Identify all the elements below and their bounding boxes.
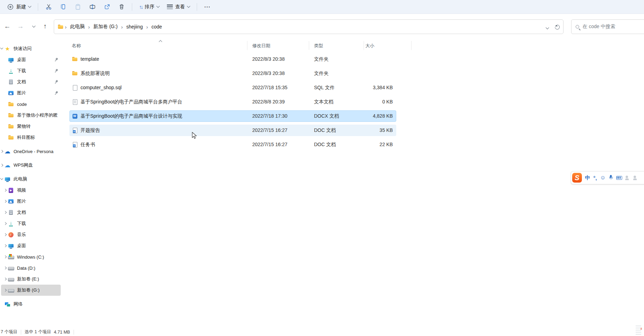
sidebar-item-桌面[interactable]: 桌面 xyxy=(1,240,61,251)
breadcrumb-item[interactable]: 此电脑 xyxy=(68,22,87,31)
delete-icon xyxy=(118,3,125,10)
column-separator[interactable] xyxy=(309,41,309,50)
sidebar-item-此电脑[interactable]: 此电脑 xyxy=(1,174,61,185)
column-separator[interactable] xyxy=(247,41,247,50)
breadcrumb-item[interactable]: 新加卷 (G:) xyxy=(91,22,120,31)
sidebar-item-WPS网盘[interactable]: WPS网盘 xyxy=(1,160,61,171)
sidebar-item-文档[interactable]: 文档 xyxy=(1,207,61,218)
sidebar-item-下载[interactable]: 下载 xyxy=(1,65,61,76)
column-header-date[interactable]: 修改日期 xyxy=(252,43,270,49)
pin-icon xyxy=(54,80,59,84)
ime-microphone-icon[interactable] xyxy=(609,175,613,180)
address-bar[interactable]: ›此电脑›新加卷 (G:)›shejiing›code xyxy=(54,19,564,34)
ime-toolbox-icon[interactable] xyxy=(633,175,638,180)
sidebar-item-文档[interactable]: 文档 xyxy=(1,76,61,87)
pictures-icon xyxy=(8,199,14,204)
file-row[interactable]: computer_shop.sql2022/7/18 15:35SQL 文件3,… xyxy=(62,81,644,95)
sidebar-item-图片[interactable]: 图片 xyxy=(1,87,61,99)
cut-icon xyxy=(45,3,52,10)
file-row[interactable]: 任务书2022/7/15 16:27DOC 文档22 KB xyxy=(62,137,644,152)
sidebar-item-基于微信小程序的匿[interactable]: 基于微信小程序的匿 xyxy=(1,110,61,121)
download-icon xyxy=(8,68,14,74)
sidebar-item-图片[interactable]: 图片 xyxy=(1,196,61,207)
search-box[interactable]: 在 code 中搜索 xyxy=(571,19,644,34)
sidebar-item-快速访问[interactable]: 快速访问 xyxy=(1,43,61,54)
column-separator[interactable] xyxy=(364,41,364,50)
expander-chevron-icon[interactable] xyxy=(2,267,8,269)
view-button[interactable]: 查看 xyxy=(163,1,193,12)
sidebar-item-OneDrive - Persona[interactable]: OneDrive - Persona xyxy=(1,146,61,157)
expander-chevron-icon[interactable] xyxy=(2,234,8,236)
file-name: 基于SpringBoot的电子产品商城平台设计与实现 xyxy=(80,113,182,119)
back-button[interactable]: ← xyxy=(1,20,13,32)
breadcrumb-item[interactable]: shejiing xyxy=(124,23,145,31)
network-icon xyxy=(5,301,10,307)
rename-button[interactable] xyxy=(85,1,99,12)
file-row[interactable]: 基于SpringBoot的电子产品商城平台设计与实现2022/7/18 17:3… xyxy=(62,109,644,123)
copy-button[interactable] xyxy=(56,1,70,12)
paste-button[interactable] xyxy=(71,1,85,12)
selection-size: 4.71 MB xyxy=(54,330,70,335)
sidebar-item-下载[interactable]: 下载 xyxy=(1,218,61,229)
expander-chevron-icon[interactable] xyxy=(2,278,8,280)
search-placeholder: 在 code 中搜索 xyxy=(583,24,615,30)
sidebar-item-科目图标[interactable]: 科目图标 xyxy=(1,132,61,143)
cut-button[interactable] xyxy=(42,1,56,12)
history-chevron-button[interactable] xyxy=(28,20,40,32)
address-dropdown-button[interactable] xyxy=(546,24,549,30)
file-row[interactable]: 基于SpringBoot的电子产品商城平台多商户平台2022/8/8 20:39… xyxy=(62,95,644,109)
forward-button[interactable]: → xyxy=(15,20,26,32)
sort-ascending-icon xyxy=(159,39,162,44)
ime-skin-icon[interactable] xyxy=(625,175,630,180)
sogou-logo-icon[interactable]: S xyxy=(572,173,582,183)
column-header-type[interactable]: 类型 xyxy=(314,43,323,49)
ime-emoji-button[interactable]: ☺ xyxy=(600,175,605,181)
column-header-name[interactable]: 名称 xyxy=(72,43,81,49)
folder-file-icon xyxy=(72,56,78,62)
expander-chevron-icon[interactable] xyxy=(2,289,8,291)
expander-chevron-icon[interactable] xyxy=(0,48,5,49)
ime-punctuation-button[interactable]: °, xyxy=(593,175,597,181)
drive-windows-icon xyxy=(8,254,14,260)
expander-chevron-icon[interactable] xyxy=(0,150,5,152)
ime-keyboard-icon[interactable] xyxy=(616,176,622,180)
column-separator[interactable] xyxy=(411,41,412,50)
expander-chevron-icon[interactable] xyxy=(2,245,8,247)
expander-chevron-icon[interactable] xyxy=(2,189,8,191)
more-options-button[interactable]: ⋯ xyxy=(201,1,214,12)
expander-chevron-icon[interactable] xyxy=(2,256,8,258)
sidebar-item-聚物转[interactable]: 聚物转 xyxy=(1,121,61,132)
sidebar-item-code[interactable]: code xyxy=(1,99,61,110)
new-button[interactable]: 新建 xyxy=(3,1,34,12)
pictures-icon xyxy=(8,90,14,96)
monitor-icon xyxy=(8,57,14,63)
up-button[interactable]: ↑ xyxy=(39,20,51,32)
sort-arrows-icon: ↑↓ xyxy=(139,4,142,10)
mouse-cursor xyxy=(192,132,198,140)
expander-chevron-icon[interactable] xyxy=(2,222,8,225)
file-row[interactable]: 系统部署说明2022/8/3 20:38文件夹 xyxy=(62,66,644,81)
delete-button[interactable] xyxy=(115,1,128,12)
sidebar-item-Windows (C:)[interactable]: Windows (C:) xyxy=(1,251,61,262)
sidebar-item-新加卷 (G:)[interactable]: 新加卷 (G:) xyxy=(1,285,61,296)
share-button[interactable] xyxy=(100,1,114,12)
sidebar-item-网络[interactable]: 网络 xyxy=(1,299,61,310)
sidebar-item-视频[interactable]: 视频 xyxy=(1,185,61,196)
sidebar-item-音乐[interactable]: 音乐 xyxy=(1,229,61,240)
sidebar-item-新加卷 (E:)[interactable]: 新加卷 (E:) xyxy=(1,274,61,285)
sort-button[interactable]: ↑↓ 排序 xyxy=(136,1,163,12)
refresh-icon[interactable] xyxy=(554,24,561,31)
file-row[interactable]: 开题报告2022/7/15 16:27DOC 文档35 KB xyxy=(62,123,644,137)
ime-chinese-mode-button[interactable]: 中 xyxy=(585,175,590,181)
breadcrumb-item[interactable]: code xyxy=(149,23,164,31)
sidebar-item-label: 文档 xyxy=(17,79,54,85)
column-header-size[interactable]: 大小 xyxy=(365,43,374,49)
file-row[interactable]: template2022/8/3 20:38文件夹 xyxy=(62,52,644,66)
expander-chevron-icon[interactable] xyxy=(2,211,8,213)
expander-chevron-icon[interactable] xyxy=(0,179,5,179)
expander-chevron-icon[interactable] xyxy=(0,164,5,166)
expander-chevron-icon[interactable] xyxy=(2,200,8,202)
sidebar-item-Data (D:)[interactable]: Data (D:) xyxy=(1,262,61,274)
sidebar-item-桌面[interactable]: 桌面 xyxy=(1,54,61,65)
selection-count: 选中 1 个项目 xyxy=(25,329,51,335)
